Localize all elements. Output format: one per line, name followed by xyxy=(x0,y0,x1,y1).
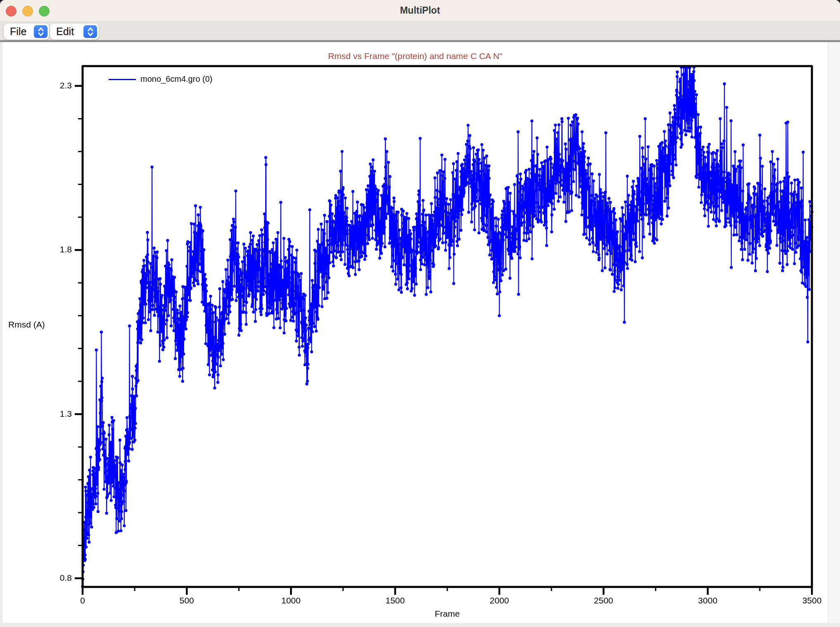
y-tick-label: 1.8 xyxy=(39,245,72,254)
right-margin-strip xyxy=(828,42,840,623)
y-tick-label: 0.8 xyxy=(39,573,72,583)
chevron-up-down-icon xyxy=(34,25,47,38)
edit-menu-label: Edit xyxy=(56,26,74,38)
legend-series-label: mono_6cm4.gro (0) xyxy=(140,74,213,84)
chart-title: Rmsd vs Frame "(protein) and name C CA N… xyxy=(2,51,828,61)
x-tick-label: 3000 xyxy=(687,596,728,606)
legend-line-swatch xyxy=(109,79,136,80)
y-tick-label: 1.3 xyxy=(39,409,72,419)
file-menu-button[interactable]: File xyxy=(4,24,49,40)
x-tick-label: 1500 xyxy=(375,596,416,606)
bottom-margin-strip xyxy=(0,623,840,627)
file-menu-label: File xyxy=(10,26,26,38)
multiplot-window: MultiPlot File Edit Rmsd vs Frame xyxy=(0,0,840,627)
y-tick-label: 2.3 xyxy=(39,81,72,90)
y-axis-label: Rmsd (A) xyxy=(8,320,45,330)
edit-menu-button[interactable]: Edit xyxy=(50,24,99,40)
x-tick-label: 500 xyxy=(166,596,207,606)
x-tick-label: 3500 xyxy=(791,596,833,606)
chevron-up-down-icon xyxy=(83,25,97,38)
x-tick-label: 0 xyxy=(62,596,103,606)
x-tick-label: 2000 xyxy=(479,596,520,606)
x-tick-label: 2500 xyxy=(583,596,624,606)
x-tick-label: 1000 xyxy=(271,596,312,606)
title-bar: MultiPlot xyxy=(0,0,840,22)
rmsd-line-chart xyxy=(2,42,828,623)
menu-bar: File Edit xyxy=(0,22,840,42)
window-title: MultiPlot xyxy=(0,5,840,16)
x-axis-label: Frame xyxy=(422,609,472,619)
plot-canvas-area: Rmsd vs Frame "(protein) and name C CA N… xyxy=(2,42,828,623)
